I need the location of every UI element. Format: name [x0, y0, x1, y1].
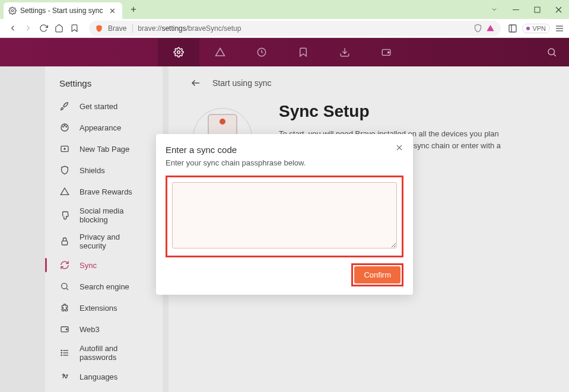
svg-rect-2 — [535, 7, 540, 12]
iconbar-wallet[interactable] — [365, 38, 407, 66]
modal-close-button[interactable] — [394, 142, 405, 153]
svg-rect-6 — [509, 25, 516, 32]
back-button[interactable] — [5, 21, 20, 36]
svg-marker-5 — [487, 25, 495, 31]
url-bar[interactable]: Brave brave://settings/braveSync/setup — [89, 21, 501, 36]
brave-shield-icon — [95, 24, 103, 33]
svg-point-0 — [11, 9, 14, 12]
modal-subtitle: Enter your sync chain passphrase below. — [166, 158, 403, 167]
url-divider — [132, 24, 133, 33]
tab-dropdown-icon[interactable] — [484, 0, 505, 19]
svg-line-18 — [554, 54, 555, 56]
minimize-button[interactable] — [505, 0, 526, 19]
brave-rewards-icon[interactable] — [486, 24, 495, 33]
menu-button[interactable] — [555, 24, 564, 33]
window-controls — [484, 0, 569, 19]
vpn-label: VPN — [532, 25, 546, 32]
modal-title: Enter a sync code — [166, 145, 403, 155]
bookmark-button[interactable] — [66, 21, 82, 36]
top-icon-bar — [0, 38, 569, 66]
confirm-highlight: Confirm — [351, 263, 403, 286]
modal-actions: Confirm — [166, 263, 403, 286]
gear-icon — [8, 7, 17, 15]
sync-code-highlight — [166, 176, 403, 257]
url-path-rest: /braveSync/setup — [186, 24, 241, 33]
maximize-button[interactable] — [526, 0, 548, 19]
vpn-status-dot — [526, 27, 530, 30]
browser-tab[interactable]: Settings - Start using sync ✕ — [4, 2, 122, 19]
url-path-bold: settings — [161, 24, 186, 33]
reload-button[interactable] — [36, 21, 51, 36]
close-icon[interactable]: ✕ — [108, 7, 116, 15]
vpn-badge[interactable]: VPN — [522, 24, 550, 33]
iconbar-bookmarks[interactable] — [282, 38, 324, 66]
shield-icon[interactable] — [473, 24, 482, 33]
svg-point-11 — [177, 51, 180, 54]
svg-point-16 — [388, 52, 389, 53]
forward-button[interactable] — [20, 21, 36, 36]
svg-rect-1 — [513, 9, 519, 10]
sync-code-modal: Enter a sync code Enter your sync chain … — [156, 134, 413, 295]
urlbar-right — [473, 24, 495, 33]
sidebar-toggle-icon[interactable] — [508, 24, 517, 33]
svg-point-17 — [548, 49, 555, 55]
sync-code-input[interactable] — [172, 182, 397, 248]
iconbar-settings[interactable] — [158, 38, 199, 66]
close-window-button[interactable] — [548, 0, 569, 19]
confirm-button[interactable]: Confirm — [354, 266, 400, 283]
home-button[interactable] — [51, 21, 66, 36]
browser-toolbar: Brave brave://settings/braveSync/setup V… — [0, 19, 569, 38]
tab-title: Settings - Start using sync — [20, 7, 108, 15]
iconbar-history[interactable] — [241, 38, 282, 66]
url-scheme: brave:// — [138, 24, 161, 33]
iconbar-rewards[interactable] — [199, 38, 241, 66]
svg-marker-12 — [216, 48, 225, 56]
toolbar-right: VPN — [508, 24, 564, 33]
url-brand: Brave — [108, 24, 126, 33]
iconbar-downloads[interactable] — [324, 38, 365, 66]
window-titlebar: Settings - Start using sync ✕ + — [0, 0, 569, 19]
new-tab-button[interactable]: + — [126, 2, 141, 17]
iconbar-search[interactable] — [546, 47, 557, 58]
